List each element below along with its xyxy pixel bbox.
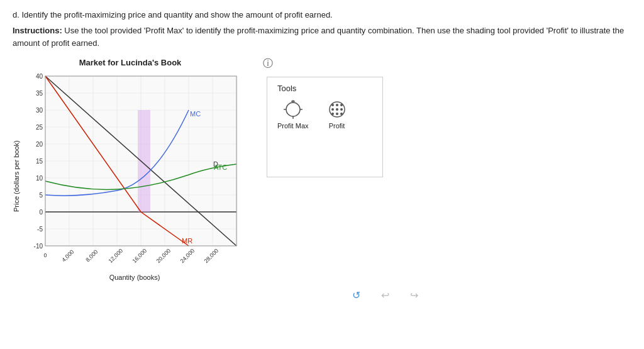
tools-title: Tools: [277, 84, 296, 93]
chart-svg[interactable]: 40 35 30 25 20 15 10 5 0 -5 -10: [21, 71, 248, 272]
instructions-body: Use the tool provided 'Profit Max' to id…: [13, 26, 624, 48]
profit-max-label: Profit Max: [277, 122, 309, 130]
chart-wrap: Price (dollars per book): [13, 71, 248, 281]
svg-point-38: [340, 113, 343, 115]
y-tick-10: 10: [36, 175, 43, 182]
profit-max-tool[interactable]: Profit Max: [277, 99, 309, 130]
y-tick-15: 15: [36, 158, 43, 165]
chart-title: Market for Lucinda's Book: [79, 58, 182, 67]
info-icon[interactable]: ⓘ: [263, 57, 273, 70]
chart-container: Market for Lucinda's Book ⓘ Price (dolla…: [13, 58, 248, 281]
profit-label: Profit: [329, 122, 345, 130]
mr-label: MR: [182, 237, 192, 245]
x-tick-20000: 20,000: [155, 248, 172, 265]
y-tick-30: 30: [36, 107, 43, 114]
y-tick-0: 0: [39, 209, 43, 216]
y-tick-20: 20: [36, 141, 43, 148]
redo-button[interactable]: ↪: [404, 287, 423, 302]
x-tick-24000: 24,000: [179, 248, 196, 265]
svg-point-30: [336, 108, 338, 111]
x-tick-4000: 4,000: [60, 248, 75, 263]
question-text: d. Identify the profit-maximizing price …: [13, 10, 631, 19]
x-tick-28000: 28,000: [203, 248, 220, 265]
chart-and-info: ⓘ Price (dollars per book): [13, 71, 248, 281]
profit-max-icon: [280, 99, 306, 119]
profit-tool[interactable]: Profit: [324, 99, 350, 130]
y-tick-25: 25: [36, 124, 43, 131]
profit-shading: [138, 110, 150, 212]
tools-panel: Tools Profit Max: [267, 77, 383, 177]
x-axis-label: Quantity (books): [21, 274, 248, 281]
y-tick-40: 40: [36, 73, 43, 80]
undo-button[interactable]: ↩: [375, 287, 394, 302]
refresh-button[interactable]: ↺: [347, 287, 365, 302]
svg-point-36: [340, 104, 343, 106]
x-tick-12000: 12,000: [108, 248, 125, 265]
svg-point-32: [336, 113, 338, 115]
svg-point-35: [331, 104, 334, 106]
y-tick-5: 5: [39, 192, 43, 199]
x-tick-0: 0: [43, 252, 47, 258]
instructions: Instructions: Use the tool provided 'Pro…: [13, 25, 631, 49]
y-tick-35: 35: [36, 90, 43, 97]
instructions-prefix: Instructions:: [13, 26, 62, 35]
svg-point-31: [336, 104, 338, 106]
x-tick-8000: 8,000: [84, 248, 99, 263]
y-axis-label: Price (dollars per book): [13, 71, 20, 281]
atc-label: ATC: [214, 163, 227, 171]
main-area: Market for Lucinda's Book ⓘ Price (dolla…: [13, 58, 631, 281]
tools-row: Profit Max: [277, 99, 350, 130]
y-tick-n5: -5: [37, 226, 43, 233]
x-tick-16000: 16,000: [131, 248, 148, 265]
svg-point-37: [331, 113, 334, 115]
svg-point-34: [340, 108, 343, 111]
y-tick-n10: -10: [34, 243, 43, 250]
chart-inner: 40 35 30 25 20 15 10 5 0 -5 -10: [21, 71, 248, 281]
mc-label: MC: [190, 110, 201, 118]
svg-point-23: [286, 102, 300, 116]
profit-icon: [324, 99, 350, 119]
svg-point-33: [331, 108, 334, 111]
bottom-controls: ↺ ↩ ↪: [138, 287, 631, 302]
